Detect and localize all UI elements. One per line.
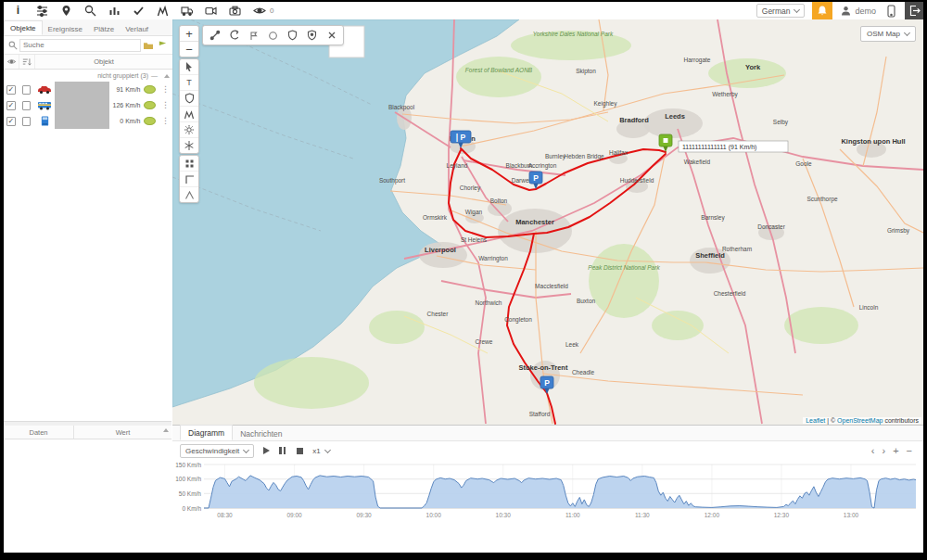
svg-text:Leyland: Leyland <box>447 162 468 170</box>
chevron-down-icon <box>794 6 800 13</box>
close-icon[interactable] <box>322 27 341 44</box>
camera-icon[interactable] <box>228 4 242 18</box>
leaflet-link[interactable]: Leaflet <box>806 417 825 424</box>
eye-icon[interactable] <box>4 55 19 69</box>
settings-sliders-icon[interactable] <box>35 4 49 18</box>
chart-next-button[interactable]: › <box>882 445 885 456</box>
visibility-checkbox[interactable]: ✓ <box>6 117 16 126</box>
location-pin-icon[interactable] <box>59 4 73 18</box>
visibility-checkbox[interactable]: ✓ <box>6 85 16 95</box>
group-row[interactable]: nicht gruppiert (3) — <box>4 70 172 82</box>
flag-icon[interactable] <box>158 40 168 50</box>
stop-button[interactable] <box>297 448 303 454</box>
tracking-checkbox[interactable] <box>22 85 32 95</box>
routes-icon[interactable] <box>156 4 170 18</box>
monitoring-eye-icon[interactable] <box>252 4 266 18</box>
curve-tool-icon[interactable] <box>224 27 244 44</box>
cursor-tool-icon[interactable] <box>180 59 198 74</box>
play-button[interactable] <box>263 447 270 454</box>
search-icon[interactable] <box>83 4 97 18</box>
object-speed: 91 Km/h <box>111 86 141 93</box>
svg-text:Cheadle: Cheadle <box>572 369 595 375</box>
speed-chart[interactable]: 08:3009:0009:3010:0010:3011:0011:3012:00… <box>174 463 921 522</box>
parameter-select[interactable]: Geschwindigkeit <box>180 444 254 458</box>
tab-ereignisse[interactable]: Ereignisse <box>43 22 88 35</box>
playback-speed-select[interactable]: x1 <box>312 447 329 455</box>
svg-text:100 Km/h: 100 Km/h <box>175 476 201 482</box>
truck-icon[interactable] <box>180 4 194 18</box>
corner-ruler-icon[interactable] <box>180 171 198 186</box>
tab-nachrichten[interactable]: Nachrichten <box>233 426 289 440</box>
chart-nav-controls: ‹ › + − <box>871 445 923 456</box>
route-m-icon[interactable] <box>180 106 198 121</box>
object-row[interactable]: ✓ 126 Km/h ⋮ <box>4 97 172 113</box>
tracking-checkbox[interactable] <box>22 117 32 126</box>
user-menu[interactable]: demo <box>832 6 884 16</box>
svg-text:Keighley: Keighley <box>594 100 618 108</box>
row-menu-icon[interactable]: ⋮ <box>161 117 170 125</box>
tab-diagramm[interactable]: Diagramm <box>180 425 233 440</box>
chart-prev-button[interactable]: ‹ <box>871 445 875 456</box>
svg-text:Huddersfield: Huddersfield <box>620 177 654 184</box>
tracking-checkbox[interactable] <box>22 101 32 110</box>
map-layer-select[interactable]: OSM Map <box>860 26 916 42</box>
grid-icon[interactable] <box>180 156 198 171</box>
chevron-down-icon <box>243 446 249 452</box>
column-header-objekt: Objekt <box>35 57 172 66</box>
gear-icon[interactable] <box>180 121 198 137</box>
svg-text:Liverpool: Liverpool <box>425 246 456 254</box>
svg-text:08:30: 08:30 <box>217 512 233 518</box>
mobile-app-button[interactable] <box>884 2 897 19</box>
logout-button[interactable] <box>905 2 923 19</box>
scroll-up-icon[interactable] <box>164 74 170 78</box>
tasks-check-icon[interactable] <box>132 4 146 18</box>
svg-text:150 Km/h: 150 Km/h <box>175 463 201 468</box>
circle-tool-icon[interactable] <box>263 27 283 44</box>
visibility-checkbox[interactable]: ✓ <box>6 101 16 110</box>
search-icon <box>8 41 18 50</box>
chevron-down-icon <box>904 30 910 36</box>
row-menu-icon[interactable]: ⋮ <box>161 101 170 109</box>
zoom-out-button[interactable]: − <box>180 41 198 57</box>
row-menu-icon[interactable]: ⋮ <box>161 85 170 94</box>
object-name-redacted <box>55 97 109 113</box>
search-input[interactable] <box>19 39 141 52</box>
text-tool-icon[interactable]: T <box>180 74 198 90</box>
osm-link[interactable]: OpenStreetMap <box>837 417 883 424</box>
scroll-up-icon[interactable] <box>163 428 169 432</box>
angle-icon[interactable] <box>180 186 198 202</box>
svg-text:Doncaster: Doncaster <box>757 223 785 230</box>
snowflake-icon[interactable] <box>180 137 198 153</box>
object-row[interactable]: ✓ 0 Km/h ⋮ <box>4 113 172 129</box>
video-icon[interactable] <box>204 4 218 18</box>
folder-icon[interactable] <box>143 41 154 50</box>
info-icon[interactable]: i <box>11 4 25 18</box>
zoom-in-button[interactable]: + <box>180 26 198 41</box>
sidebar-tabs: Objekte Ereignisse Plätze Verlauf <box>4 19 172 36</box>
marker-tool-icon[interactable] <box>244 27 263 44</box>
tab-plaetze[interactable]: Plätze <box>88 22 120 35</box>
shield-check-icon[interactable] <box>302 27 322 44</box>
geofence-shield-icon[interactable] <box>283 27 302 44</box>
pause-button[interactable] <box>279 447 287 454</box>
language-select[interactable]: German <box>756 4 806 18</box>
object-speed: 0 Km/h <box>111 118 141 124</box>
username: demo <box>855 6 876 16</box>
sort-icon[interactable] <box>19 55 35 69</box>
search-row <box>4 36 172 55</box>
language-value: German <box>762 6 791 16</box>
tab-verlauf[interactable]: Verlauf <box>120 22 154 35</box>
map-canvas[interactable]: PrestonManchesterLiverpoolLeedsBradfordS… <box>172 19 923 425</box>
notifications-button[interactable] <box>812 2 832 19</box>
map-svg[interactable]: PrestonManchesterLiverpoolLeedsBradfordS… <box>172 19 923 425</box>
chart-zoom-in-button[interactable]: + <box>893 445 898 456</box>
measure-distance-icon[interactable] <box>205 27 224 44</box>
collapse-icon[interactable]: — <box>151 72 158 79</box>
bottom-tabs: Diagramm Nachrichten <box>172 426 923 441</box>
shield-tool-icon[interactable] <box>180 90 198 106</box>
object-row[interactable]: ✓ 91 Km/h ⋮ <box>4 82 172 97</box>
svg-text:Forest of Bowland AONB: Forest of Bowland AONB <box>465 67 533 73</box>
chart-zoom-out-button[interactable]: − <box>907 445 912 456</box>
reports-icon[interactable] <box>108 4 121 18</box>
tab-objekte[interactable]: Objekte <box>4 20 43 35</box>
